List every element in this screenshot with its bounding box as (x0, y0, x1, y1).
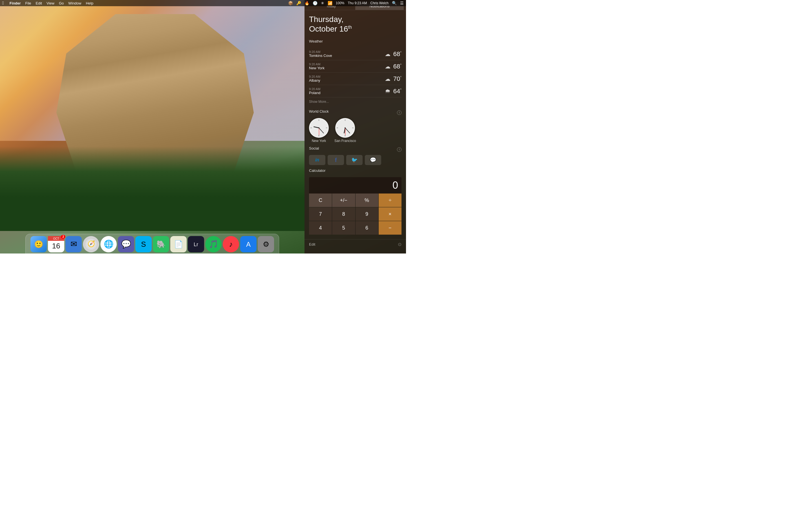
keychain-icon[interactable]: 🔑 (296, 1, 301, 5)
calc-btn-8[interactable]: 8 (332, 207, 355, 221)
social-info-icon[interactable]: i (397, 147, 402, 152)
weather-icon-newyork: ☁ (385, 63, 391, 70)
apple-menu[interactable]:  (2, 1, 4, 6)
menu-window[interactable]: Window (68, 1, 81, 5)
linkedin-icon: in (315, 158, 319, 163)
svg-text:🐘: 🐘 (156, 240, 166, 249)
calc-btn-percent[interactable]: % (356, 193, 378, 207)
menu-go[interactable]: Go (59, 1, 64, 5)
weather-icon-albany: ☁ (385, 75, 391, 82)
date-display: Thursday, October 16th (309, 15, 402, 34)
weather-title: Weather (309, 39, 323, 43)
campfire-icon[interactable]: 🔥 (305, 1, 309, 5)
dock-item-lightroom[interactable]: Lr (188, 236, 204, 252)
notification-center-icon[interactable]: ☰ (400, 1, 404, 5)
dock-item-system-prefs[interactable]: ⚙ (258, 236, 274, 252)
weather-icon-poland: 🌧 (385, 88, 391, 94)
weather-temp-albany: 70° (393, 75, 402, 82)
wifi-icon[interactable]: 📶 (327, 1, 333, 5)
clock-face-sanfrancisco (335, 118, 355, 138)
dock-item-spotify[interactable]: 🎵 (205, 236, 221, 252)
svg-text:🌐: 🌐 (104, 239, 114, 249)
calc-btn-9[interactable]: 9 (356, 207, 378, 221)
dock: 🙂 OCT 16 2 ✉ (0, 231, 305, 253)
dropbox-icon[interactable]: 📦 (288, 1, 293, 5)
dock-item-appstore[interactable]: A (240, 236, 257, 252)
calc-btn-7[interactable]: 7 (309, 207, 332, 221)
calc-btn-divide[interactable]: ÷ (378, 193, 402, 207)
weather-city-newyork: New York (309, 66, 382, 70)
svg-text:16: 16 (52, 242, 60, 250)
dock-item-evernote[interactable]: 🐘 (153, 236, 169, 252)
weather-time-poland: 9:20 AM (309, 87, 382, 91)
forest-background (0, 147, 305, 231)
weather-item-tomkins: 9:20 AM Tomkins Cove ☁ 68° (309, 48, 402, 60)
svg-text:♪: ♪ (229, 240, 233, 248)
svg-text:✉: ✉ (70, 240, 77, 248)
calc-btn-clear[interactable]: C (309, 193, 332, 207)
social-btn-facebook[interactable]: f (327, 155, 344, 165)
dock-item-filemerge[interactable]: 📄 (170, 236, 187, 252)
social-title: Social (309, 146, 319, 151)
sf-minute-hand (345, 128, 350, 134)
calc-btn-5[interactable]: 5 (332, 221, 355, 235)
social-btn-twitter[interactable]: 🐦 (346, 155, 363, 165)
search-icon[interactable]: 🔍 (392, 1, 397, 5)
calc-btn-minus[interactable]: − (378, 221, 402, 235)
svg-text:⚙: ⚙ (263, 240, 269, 248)
weather-info-albany: 9:20 AM Albany (309, 75, 382, 82)
dock-item-calendar[interactable]: OCT 16 2 (48, 236, 64, 252)
messages-icon: 💬 (370, 157, 376, 163)
weather-info-newyork: 9:20 AM New York (309, 62, 382, 70)
calc-btn-plusminus[interactable]: +/− (332, 193, 355, 207)
date-day: Thursday, (309, 15, 402, 24)
menubar:  Finder File Edit View Go Window Help 📦… (0, 0, 406, 6)
social-section-header: Social i (309, 146, 402, 153)
weather-section-header: Weather (309, 39, 402, 46)
weather-city-albany: Albany (309, 78, 382, 82)
menu-edit[interactable]: Edit (36, 1, 42, 5)
flux-icon[interactable]: ✳ (321, 1, 324, 5)
calc-btn-4[interactable]: 4 (309, 221, 332, 235)
app-menu-finder[interactable]: Finder (10, 1, 21, 5)
social-btn-messages[interactable]: 💬 (365, 155, 381, 165)
menu-file[interactable]: File (26, 1, 31, 5)
panel-footer: Edit ⊙ (305, 239, 406, 249)
battery-status: 100% (336, 1, 345, 5)
clock-face-newyork (309, 118, 329, 138)
weather-time-tomkins: 9:20 AM (309, 50, 382, 54)
history-icon[interactable]: 🕐 (313, 1, 317, 5)
clock-newyork: New York (309, 118, 329, 143)
newyork-second-hand (319, 128, 319, 136)
clock-sanfrancisco: San Francisco (335, 118, 356, 143)
dock-item-navi[interactable]: 💬 (118, 236, 134, 252)
weather-time-albany: 9:20 AM (309, 75, 382, 78)
calc-btn-6[interactable]: 6 (356, 221, 378, 235)
svg-text:OCT: OCT (53, 237, 59, 240)
worldclock-info-icon[interactable]: i (397, 110, 402, 115)
weather-show-more[interactable]: Show More... (309, 98, 402, 106)
clock-label-newyork: New York (312, 139, 326, 143)
weather-time-newyork: 9:20 AM (309, 62, 382, 66)
social-btn-linkedin[interactable]: in (309, 155, 325, 165)
dock-item-chrome[interactable]: 🌐 (100, 236, 117, 252)
dock-item-skype[interactable]: S (135, 236, 152, 252)
sf-second-hand (345, 128, 345, 136)
clock-label-sf: San Francisco (335, 139, 356, 143)
weather-list: 9:20 AM Tomkins Cove ☁ 68° 9:20 AM New Y… (309, 48, 402, 98)
dock-item-itunes[interactable]: ♪ (223, 236, 239, 252)
menu-view[interactable]: View (47, 1, 54, 5)
calendar-badge: 2 (61, 235, 65, 238)
dock-item-safari[interactable]: 🧭 (83, 236, 99, 252)
dock-item-airmail[interactable]: ✉ (65, 236, 82, 252)
notification-panel: Today Notifications Thursday, October 16… (305, 0, 406, 253)
menubar-right: 📦 🔑 🔥 🕐 ✳ 📶 100% Thu 9:23 AM Chris Welch… (288, 1, 404, 5)
dock-item-finder[interactable]: 🙂 (31, 236, 47, 252)
calc-btn-multiply[interactable]: × (378, 207, 402, 221)
calculator-title: Calculator (309, 168, 326, 173)
edit-button[interactable]: Edit (309, 242, 315, 246)
menu-help[interactable]: Help (86, 1, 93, 5)
calculator-section-header: Calculator (309, 168, 402, 175)
footer-icon[interactable]: ⊙ (398, 242, 402, 247)
datetime-display: Thu 9:23 AM (348, 1, 367, 5)
